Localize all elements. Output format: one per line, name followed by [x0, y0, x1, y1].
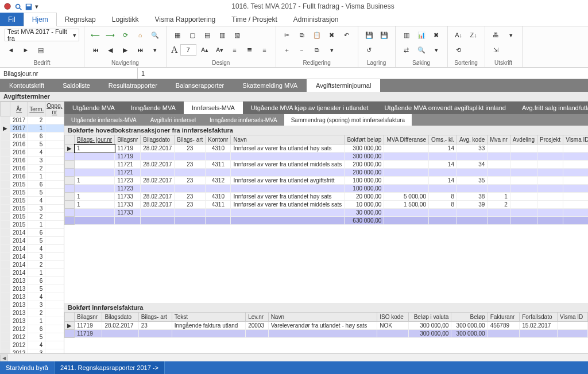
nav-fwd-icon[interactable]: ⟶	[104, 29, 117, 41]
export-icon[interactable]: ⇲	[490, 44, 502, 56]
nav-refresh-icon[interactable]: ⟳	[119, 29, 131, 41]
paste-icon[interactable]: 📋	[311, 29, 323, 41]
print-icon[interactable]: 🖶	[490, 29, 502, 41]
cut-icon[interactable]: ✂	[281, 29, 293, 41]
innforselsfaktura-grid[interactable]: BilagsnrBilagsdatoBilags- artTekstLev.nr…	[64, 312, 588, 338]
right-panel: Utgående MVA Inngående MVA Innførsels-MV…	[64, 102, 588, 354]
horizontal-scrollbar[interactable]: ◀	[0, 353, 588, 361]
app-icon	[3, 2, 11, 10]
section-tab-avgiftsterminjournal[interactable]: Avgiftsterminjournal	[307, 79, 380, 92]
mva-tab-avgfritt[interactable]: Avg.fritt salg innland/utland/utenfor av…	[514, 102, 588, 114]
lower-panel-title: Bokført innførselsfaktura	[64, 303, 588, 312]
design-layout-icon[interactable]: ▦	[171, 29, 184, 41]
rec-more-icon[interactable]: ▾	[149, 44, 161, 56]
subtab-utg-innforsels[interactable]: Utgående innførsels-MVA	[64, 114, 144, 126]
row-copy-icon[interactable]: ⧉	[311, 44, 323, 56]
company-next-icon[interactable]: ►	[20, 44, 32, 56]
sort-asc-icon[interactable]: A↓	[452, 29, 465, 41]
ribbon-group-sortering: A↓ Z↓ ⟲ Sortering	[448, 26, 485, 67]
search-toggle-icon[interactable]: ⇄	[400, 44, 413, 56]
align-left-icon[interactable]: ≡	[229, 44, 241, 56]
section-tab-balanserapporter[interactable]: Balanserapporter	[167, 79, 233, 92]
row-more-icon[interactable]: ▾	[326, 44, 338, 56]
company-list-icon[interactable]: ▤	[34, 44, 47, 56]
row-insert-icon[interactable]: ＋	[281, 44, 293, 56]
search-zoom-icon[interactable]: 🔍	[415, 44, 428, 56]
mva-tabs: Utgående MVA Inngående MVA Innførsels-MV…	[64, 102, 588, 114]
status-crumb-rapporter[interactable]: 2411. Regnskapsrapporter 2017 ->	[55, 361, 165, 374]
design-new-icon[interactable]: ▧	[231, 29, 243, 41]
hovedbok-grid[interactable]: Bilags- jour.nrBilagsnrBilagsdatoBilags-…	[64, 135, 588, 225]
subtab-inng-innforsels[interactable]: Inngående innførsels-MVA	[203, 114, 284, 126]
ribbon-group-utskrift: 🖶 ▾ ⇲ Utskrift	[485, 26, 523, 67]
status-bar: Startvindu byrå 2411. Regnskapsrapporter…	[0, 361, 588, 374]
align-center-icon[interactable]: ≣	[243, 44, 256, 56]
nav-find-icon[interactable]: 🔍	[149, 29, 161, 41]
section-tab-resultatrapporter[interactable]: Resultatrapporter	[99, 79, 167, 92]
font-grow-icon[interactable]: A▴	[199, 44, 211, 56]
mva-tab-inngaaende[interactable]: Inngående MVA	[123, 102, 184, 114]
status-crumb-start[interactable]: Startvindu byrå	[0, 361, 55, 374]
section-tab-saldoliste[interactable]: Saldoliste	[53, 79, 99, 92]
filter-icon[interactable]: ▥	[400, 29, 413, 41]
font-letter: A	[171, 45, 178, 55]
font-size-input[interactable]	[180, 44, 196, 56]
window-title: 1016. Test MVA 2017 - Fullt fradrag - Vi…	[41, 2, 585, 10]
nav-back-icon[interactable]: ⟵	[89, 29, 102, 41]
ribbon-group-design: ▦ ▢ ▤ ▥ ▧ A A▴ A▾ ≡ ≣ ≡ Design	[167, 26, 276, 67]
subtab-sammendrag[interactable]: Sammendrag (sporing) mot innførselsfaktu…	[284, 114, 412, 126]
ribbon-tab-logistikk[interactable]: Logistikk	[104, 13, 147, 26]
save-icon[interactable]: 💾	[363, 29, 376, 41]
svg-point-1	[16, 5, 20, 9]
ribbon-tabs: Fil Hjem Regnskap Logistikk Visma Rappor…	[0, 13, 588, 26]
sort-desc-icon[interactable]: Z↓	[467, 29, 480, 41]
save-icon[interactable]	[24, 2, 32, 10]
filter-chart-icon[interactable]: 📊	[415, 29, 428, 41]
mva-tab-utg-omvendt[interactable]: Utgående MVA omvendt avgiftsplikt innlan…	[377, 102, 514, 114]
ribbon-group-navigering: ⟵ ⟶ ⟳ ⌂ 🔍 ⏮ ◀ ▶ ⏭ ▾ Navigering	[84, 26, 167, 67]
mva-tab-innforsels[interactable]: Innførsels-MVA	[184, 102, 243, 114]
mva-tab-utgaaende[interactable]: Utgående MVA	[64, 102, 123, 114]
section-tabs: Kontoutskrift Saldoliste Resultatrapport…	[0, 79, 588, 92]
revert-icon[interactable]: ↺	[363, 44, 376, 56]
filter-clear-icon[interactable]: ✖	[430, 29, 443, 41]
subtab-avgiftsfri[interactable]: Avgiftsfri innførsel	[144, 114, 203, 126]
ribbon-tab-regnskap[interactable]: Regnskap	[57, 13, 104, 26]
ribbon-tab-time-prosjekt[interactable]: Time / Prosjekt	[223, 13, 285, 26]
ribbon-body: Test MVA 2017 - Fullt fra▾ ◄ ► ▤ Bedrift…	[0, 26, 588, 68]
ribbon-tab-file[interactable]: Fil	[0, 13, 24, 26]
align-right-icon[interactable]: ≡	[258, 44, 271, 56]
ribbon-group-lagring: 💾 💾 ↺ Lagring	[358, 26, 396, 67]
design-view-icon[interactable]: ▢	[186, 29, 199, 41]
font-shrink-icon[interactable]: A▾	[214, 44, 226, 56]
print-dd-icon[interactable]: ▾	[505, 29, 517, 41]
zoom-icon[interactable]	[14, 2, 22, 10]
undo-icon[interactable]: ↶	[341, 29, 353, 41]
name-bar-label: Bilagsjour.nr	[0, 68, 138, 79]
copy-icon[interactable]: ⧉	[296, 29, 308, 41]
rec-next-icon[interactable]: ▶	[119, 44, 131, 56]
save-all-icon[interactable]: 💾	[378, 29, 390, 41]
ribbon-tab-visma-rapportering[interactable]: Visma Rapportering	[146, 13, 223, 26]
rec-first-icon[interactable]: ⏮	[89, 44, 102, 56]
name-bar-value[interactable]: 1	[138, 68, 588, 79]
design-form-icon[interactable]: ▥	[216, 29, 229, 41]
terminer-grid[interactable]: År Term. Oppg. nr 20172▶2017120166201652…	[0, 102, 64, 354]
ribbon-tab-hjem[interactable]: Hjem	[24, 13, 57, 26]
innforsels-subtabs: Utgående innførsels-MVA Avgiftsfri innfø…	[64, 114, 588, 126]
design-grid-icon[interactable]: ▤	[201, 29, 214, 41]
delete-icon[interactable]: ✖	[326, 29, 338, 41]
qat-dropdown-icon[interactable]: ▾	[34, 2, 41, 10]
company-dropdown[interactable]: Test MVA 2017 - Fullt fra▾	[5, 29, 79, 41]
search-more-icon[interactable]: ▾	[430, 44, 443, 56]
row-delete-icon[interactable]: －	[296, 44, 308, 56]
company-prev-icon[interactable]: ◄	[5, 44, 17, 56]
section-tab-kontoutskrift[interactable]: Kontoutskrift	[0, 79, 53, 92]
mva-tab-utg-tjenester[interactable]: Utgående MVA kjøp av tjenester i utlande…	[243, 102, 377, 114]
ribbon-tab-administrasjon[interactable]: Administrasjon	[285, 13, 347, 26]
rec-prev-icon[interactable]: ◀	[104, 44, 117, 56]
nav-home-icon[interactable]: ⌂	[134, 29, 146, 41]
rec-last-icon[interactable]: ⏭	[134, 44, 146, 56]
sort-clear-icon[interactable]: ⟲	[452, 44, 465, 56]
section-tab-skattemelding[interactable]: Skattemelding MVA	[233, 79, 307, 92]
